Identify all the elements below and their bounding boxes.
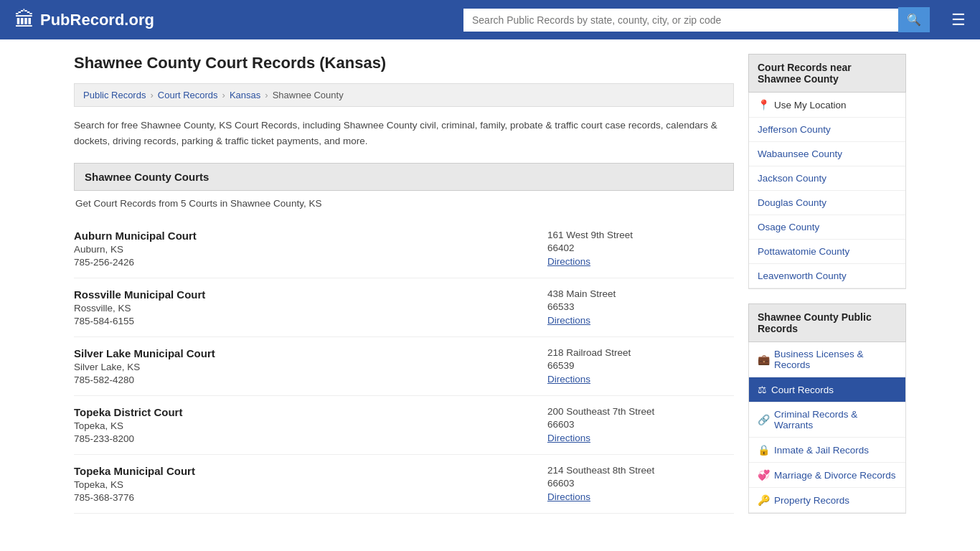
search-container: 🔍 [463, 7, 930, 32]
sidebar-public-records-items: 💼 Business Licenses & Records ⚖ Court Re… [748, 342, 906, 514]
directions-link[interactable]: Directions [547, 256, 590, 267]
court-address: 214 Southeast 8th Street 66603 Direction… [547, 465, 734, 503]
breadcrumb-sep-1: › [150, 90, 153, 100]
sidebar-item-marriage-records[interactable]: 💞 Marriage & Divorce Records [749, 463, 905, 488]
court-name: Topeka Municipal Court [74, 465, 547, 477]
court-phone: 785-233-8200 [74, 433, 547, 444]
court-city: Topeka, KS [74, 479, 547, 490]
sidebar-nearby-section: Court Records near Shawnee County 📍 Use … [748, 54, 906, 289]
court-zip: 66603 [547, 478, 734, 489]
breadcrumb-court-records[interactable]: Court Records [158, 90, 218, 100]
court-street: 438 Main Street [547, 288, 734, 299]
sidebar-public-records-header: Shawnee County Public Records [748, 303, 906, 342]
court-street: 200 Southeast 7th Street [547, 406, 734, 417]
inmate-records-link[interactable]: Inmate & Jail Records [774, 445, 869, 456]
court-address: 218 Railroad Street 66539 Directions [547, 347, 734, 385]
court-city: Auburn, KS [74, 244, 547, 255]
page-description: Search for free Shawnee County, KS Court… [74, 118, 734, 149]
court-address: 438 Main Street 66533 Directions [547, 288, 734, 326]
court-entry: Topeka District Court Topeka, KS 785-233… [74, 396, 734, 455]
breadcrumb-public-records[interactable]: Public Records [83, 90, 146, 100]
jackson-county-link[interactable]: Jackson County [758, 173, 826, 184]
directions-link[interactable]: Directions [547, 374, 590, 385]
logo-link[interactable]: 🏛 PubRecord.org [14, 8, 154, 32]
court-records-label: Court Records [771, 385, 834, 395]
breadcrumb: Public Records › Court Records › Kansas … [74, 83, 734, 107]
court-phone: 785-584-6155 [74, 316, 547, 326]
sidebar-item-osage[interactable]: Osage County [749, 215, 905, 240]
court-street: 214 Southeast 8th Street [547, 465, 734, 476]
sidebar-item-wabaunsee[interactable]: Wabaunsee County [749, 142, 905, 166]
directions-link[interactable]: Directions [547, 433, 590, 443]
sidebar-item-inmate-records[interactable]: 🔒 Inmate & Jail Records [749, 438, 905, 463]
sidebar-use-location[interactable]: 📍 Use My Location [749, 93, 905, 118]
directions-link[interactable]: Directions [547, 315, 590, 326]
site-header: 🏛 PubRecord.org 🔍 ☰ [0, 0, 980, 39]
main-container: Shawnee County Court Records (Kansas) Pu… [60, 39, 920, 542]
marriage-records-link[interactable]: Marriage & Divorce Records [774, 470, 896, 481]
sidebar-nearby-header: Court Records near Shawnee County [748, 54, 906, 93]
court-entry: Topeka Municipal Court Topeka, KS 785-36… [74, 455, 734, 514]
breadcrumb-sep-2: › [222, 90, 225, 100]
douglas-county-link[interactable]: Douglas County [758, 197, 826, 208]
court-name: Topeka District Court [74, 406, 547, 418]
leavenworth-county-link[interactable]: Leavenworth County [758, 270, 847, 281]
search-input[interactable] [463, 9, 898, 32]
page-title: Shawnee County Court Records (Kansas) [74, 54, 734, 72]
sidebar-item-jefferson[interactable]: Jefferson County [749, 118, 905, 142]
section-header: Shawnee County Courts [74, 163, 734, 191]
sidebar-item-property-records[interactable]: 🔑 Property Records [749, 488, 905, 513]
court-entry: Auburn Municipal Court Auburn, KS 785-25… [74, 220, 734, 278]
scales-icon: ⚖ [758, 384, 767, 395]
court-street: 161 West 9th Street [547, 230, 734, 240]
menu-button[interactable]: ☰ [951, 11, 966, 29]
court-info: Rossville Municipal Court Rossville, KS … [74, 288, 547, 326]
sidebar-item-business-licenses[interactable]: 💼 Business Licenses & Records [749, 342, 905, 377]
search-button[interactable]: 🔍 [898, 7, 930, 32]
sidebar-item-pottawatomie[interactable]: Pottawatomie County [749, 240, 905, 264]
sidebar: Court Records near Shawnee County 📍 Use … [748, 54, 906, 528]
property-records-link[interactable]: Property Records [774, 495, 849, 506]
rings-icon: 💞 [758, 469, 770, 481]
sidebar-nearby-items: 📍 Use My Location Jefferson County Wabau… [748, 93, 906, 289]
court-entry: Silver Lake Municipal Court Silver Lake,… [74, 337, 734, 396]
breadcrumb-sep-3: › [265, 90, 268, 100]
chain-icon: 🔗 [758, 414, 770, 425]
court-zip: 66402 [547, 242, 734, 253]
sidebar-item-criminal-records[interactable]: 🔗 Criminal Records & Warrants [749, 402, 905, 438]
directions-link[interactable]: Directions [547, 491, 590, 502]
court-name: Rossville Municipal Court [74, 288, 547, 301]
sidebar-item-douglas[interactable]: Douglas County [749, 191, 905, 215]
breadcrumb-kansas[interactable]: Kansas [230, 90, 260, 100]
courts-list: Auburn Municipal Court Auburn, KS 785-25… [74, 220, 734, 514]
court-name: Auburn Municipal Court [74, 230, 547, 242]
sidebar-item-jackson[interactable]: Jackson County [749, 166, 905, 191]
lock-icon: 🔒 [758, 444, 770, 456]
content-area: Shawnee County Court Records (Kansas) Pu… [74, 54, 734, 528]
court-entry: Rossville Municipal Court Rossville, KS … [74, 278, 734, 337]
section-subtext: Get Court Records from 5 Courts in Shawn… [74, 198, 734, 209]
jefferson-county-link[interactable]: Jefferson County [758, 124, 831, 135]
sidebar-item-court-records[interactable]: ⚖ Court Records [749, 377, 905, 402]
court-phone: 785-582-4280 [74, 375, 547, 385]
criminal-records-link[interactable]: Criminal Records & Warrants [774, 409, 897, 430]
pottawatomie-county-link[interactable]: Pottawatomie County [758, 246, 849, 257]
court-info: Topeka District Court Topeka, KS 785-233… [74, 406, 547, 444]
court-address: 161 West 9th Street 66402 Directions [547, 230, 734, 268]
logo-icon: 🏛 [14, 8, 34, 32]
wabaunsee-county-link[interactable]: Wabaunsee County [758, 149, 842, 159]
location-pin-icon: 📍 [758, 99, 770, 110]
court-info: Silver Lake Municipal Court Silver Lake,… [74, 347, 547, 385]
court-phone: 785-256-2426 [74, 257, 547, 268]
court-city: Topeka, KS [74, 420, 547, 431]
court-info: Auburn Municipal Court Auburn, KS 785-25… [74, 230, 547, 268]
breadcrumb-current: Shawnee County [273, 90, 344, 100]
sidebar-item-leavenworth[interactable]: Leavenworth County [749, 264, 905, 288]
business-licenses-link[interactable]: Business Licenses & Records [774, 349, 897, 370]
court-zip: 66533 [547, 301, 734, 312]
osage-county-link[interactable]: Osage County [758, 222, 819, 232]
key-icon: 🔑 [758, 494, 770, 506]
briefcase-icon: 💼 [758, 354, 770, 365]
court-address: 200 Southeast 7th Street 66603 Direction… [547, 406, 734, 444]
court-city: Rossville, KS [74, 303, 547, 314]
